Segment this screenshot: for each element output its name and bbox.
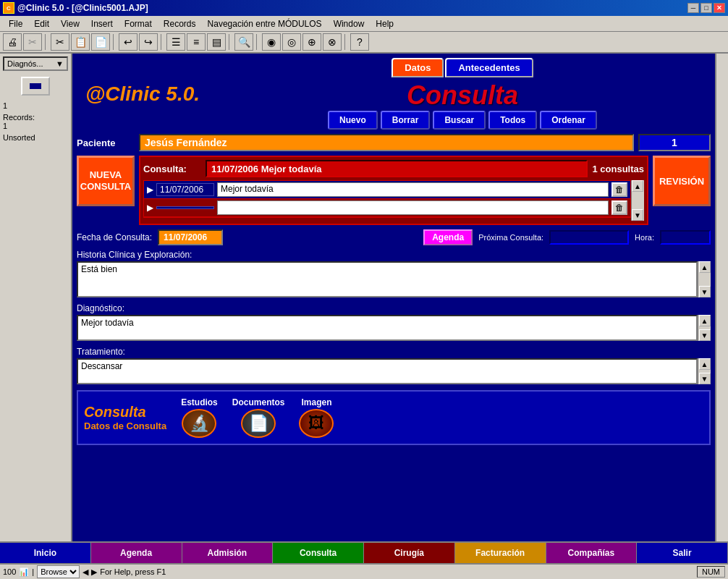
ordenar-button[interactable]: Ordenar	[540, 111, 597, 130]
historia-section: Historia Clínica y Exploración: Está bie…	[77, 250, 711, 297]
tb-view1[interactable]: ◉	[262, 33, 281, 51]
tab-datos-button[interactable]: Datos	[391, 58, 444, 77]
bottom-nav: Inicio Agenda Admisión Consulta Cirugía …	[0, 541, 728, 563]
close-button[interactable]: ✕	[714, 3, 725, 13]
row-desc-2[interactable]	[217, 200, 609, 215]
documentos-group: Documentos 📄	[232, 397, 285, 438]
paste-button[interactable]: 📄	[91, 33, 110, 51]
menu-records[interactable]: Records	[158, 17, 202, 30]
diagnostico-field-wrapper: Mejor todavía ▲ ▼	[77, 315, 711, 341]
menu-file[interactable]: File	[3, 17, 28, 30]
tb-view4[interactable]: ⊗	[323, 33, 342, 51]
svg-rect-1	[35, 83, 41, 89]
historia-scroll-down[interactable]: ▼	[699, 286, 711, 297]
consulta-list-row-1[interactable]: ▶ 11/07/2006 Mejor todavía 🗑	[144, 181, 630, 199]
consulta-current-input[interactable]	[206, 160, 588, 177]
tb-list2[interactable]: ≡	[187, 33, 206, 51]
tratamiento-textarea[interactable]: Descansar	[77, 358, 698, 384]
revision-button[interactable]: REVISIÓN	[653, 156, 711, 206]
consulta-list-scrollbar: ▲ ▼	[631, 180, 644, 221]
nav-tab-agenda[interactable]: Agenda	[91, 543, 182, 563]
row-desc-1[interactable]: Mejor todavía	[217, 182, 609, 197]
trat-scroll-down[interactable]: ▼	[699, 373, 711, 384]
patient-name-input[interactable]	[139, 134, 634, 151]
zoom-level: 100	[3, 567, 16, 576]
help-button[interactable]: ?	[350, 33, 369, 51]
menu-edit[interactable]: Edit	[28, 17, 55, 30]
nueva-section: NUEVACONSULTA	[77, 156, 135, 225]
menu-format[interactable]: Format	[119, 17, 158, 30]
consulta-banner: Datos Antecedentes Consulta Nuevo Borrar…	[214, 58, 711, 130]
nav-tab-inicio[interactable]: Inicio	[0, 543, 91, 563]
consulta-label: Consulta:	[143, 164, 201, 174]
tb-view2[interactable]: ◎	[282, 33, 301, 51]
menu-window[interactable]: Window	[328, 17, 371, 30]
borrar-button[interactable]: Borrar	[381, 111, 431, 130]
nuevo-button[interactable]: Nuevo	[328, 111, 378, 130]
nav-tab-salir[interactable]: Salir	[637, 543, 728, 563]
diag-scroll-up[interactable]: ▲	[699, 315, 711, 326]
app-icon: C	[3, 2, 14, 14]
nav-arrow-right[interactable]: ▶	[91, 567, 97, 577]
cut-button[interactable]: ✂	[51, 33, 69, 51]
tb-view3[interactable]: ⊕	[302, 33, 321, 51]
documentos-label: Documentos	[232, 397, 285, 407]
fecha-row: Fecha de Consulta: Agenda Próxima Consul…	[77, 229, 711, 245]
header-section: @Clinic 5.0. Datos Antecedentes Consulta…	[77, 58, 711, 130]
hora-input[interactable]	[660, 230, 711, 245]
documentos-icon[interactable]: 📄	[241, 409, 276, 438]
todos-button[interactable]: Todos	[488, 111, 537, 130]
imagen-icon[interactable]: 🖼	[299, 409, 334, 438]
row-delete-2[interactable]: 🗑	[611, 200, 627, 215]
menu-view[interactable]: View	[55, 17, 85, 30]
menu-bar: File Edit View Insert Format Records Nav…	[0, 16, 728, 32]
diagnostico-textarea[interactable]: Mejor todavía	[77, 315, 698, 341]
consulta-list-row-2[interactable]: ▶ 🗑	[144, 199, 630, 217]
nav-arrow-left[interactable]: ◀	[82, 567, 88, 577]
agenda-button[interactable]: Agenda	[423, 229, 473, 245]
restore-button[interactable]: □	[701, 3, 712, 13]
nav-tab-consulta[interactable]: Consulta	[273, 543, 364, 563]
nav-tab-admision[interactable]: Admisión	[182, 543, 274, 563]
nav-left-button[interactable]	[21, 77, 50, 96]
tb-btn-2[interactable]: ✂	[23, 33, 42, 51]
nav-tab-cirugia[interactable]: Cirugía	[364, 543, 455, 563]
nueva-consulta-button[interactable]: NUEVACONSULTA	[77, 156, 135, 206]
menu-help[interactable]: Help	[370, 17, 399, 30]
tb-list[interactable]: ☰	[166, 33, 185, 51]
nav-tab-companias[interactable]: Compañías	[546, 543, 638, 563]
print-button[interactable]: 🖨	[3, 33, 22, 51]
fecha-input[interactable]	[158, 229, 223, 245]
main-container: Diagnós... ▼ 1 Records: 1 Unsorted @Clin…	[0, 54, 728, 541]
estudios-icon[interactable]: 🔬	[182, 409, 216, 438]
menu-insert[interactable]: Insert	[85, 17, 119, 30]
consulta-list-wrapper: ▶ 11/07/2006 Mejor todavía 🗑 ▶ 🗑	[143, 180, 644, 221]
redo-button[interactable]: ↪	[139, 33, 158, 51]
row-delete-1[interactable]: 🗑	[611, 182, 627, 197]
diagnostico-label: Diagnóstico:	[77, 303, 711, 313]
hora-label: Hora:	[635, 233, 654, 242]
zoom-icon: 📊	[19, 567, 29, 577]
historia-textarea[interactable]: Está bien	[77, 261, 698, 297]
list-scroll-up[interactable]: ▲	[632, 180, 643, 192]
trat-scroll-up[interactable]: ▲	[699, 358, 711, 370]
menu-navigation[interactable]: Navegación entre MÓDULOS	[202, 17, 328, 30]
row-date-2	[156, 206, 214, 209]
undo-button[interactable]: ↩	[119, 33, 137, 51]
tab-antecedentes-button[interactable]: Antecedentes	[445, 58, 533, 77]
proxima-input[interactable]	[549, 230, 629, 245]
copy-button[interactable]: 📋	[71, 33, 90, 51]
browse-select[interactable]: Browse	[37, 565, 80, 578]
revision-section: REVISIÓN	[653, 156, 711, 225]
nav-tab-facturacion[interactable]: Facturación	[455, 543, 546, 563]
tb-list3[interactable]: ▤	[207, 33, 226, 51]
row-arrow-icon-2: ▶	[147, 203, 153, 213]
buscar-button[interactable]: Buscar	[433, 111, 486, 130]
list-scroll-down[interactable]: ▼	[632, 209, 643, 221]
minimize-button[interactable]: ─	[687, 3, 699, 13]
diagnos-dropdown[interactable]: Diagnós... ▼	[3, 56, 68, 71]
diag-scroll-down[interactable]: ▼	[699, 329, 711, 341]
tratamiento-field-wrapper: Descansar ▲ ▼	[77, 358, 711, 384]
historia-scroll-up[interactable]: ▲	[699, 261, 711, 273]
tb-filter[interactable]: 🔍	[234, 33, 253, 51]
